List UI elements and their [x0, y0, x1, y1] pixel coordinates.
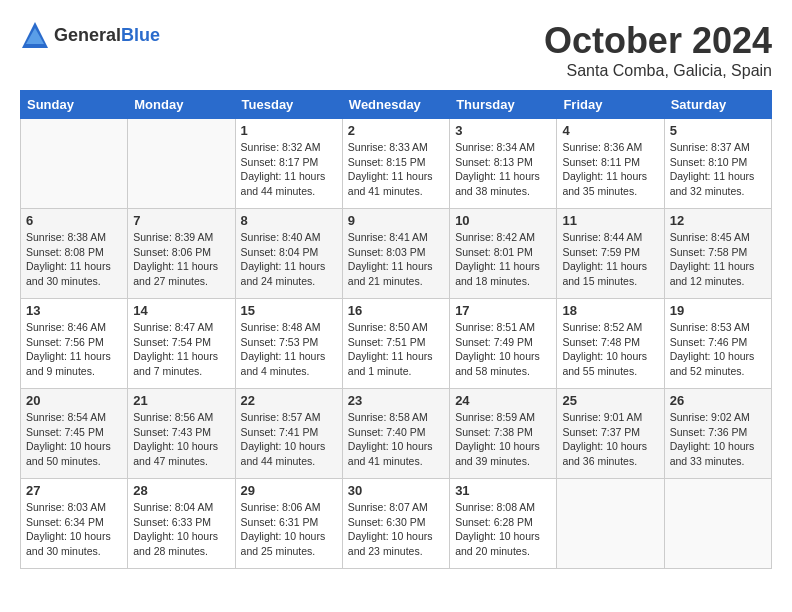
calendar-cell: 6Sunrise: 8:38 AM Sunset: 8:08 PM Daylig…	[21, 209, 128, 299]
calendar-cell: 1Sunrise: 8:32 AM Sunset: 8:17 PM Daylig…	[235, 119, 342, 209]
calendar-cell: 24Sunrise: 8:59 AM Sunset: 7:38 PM Dayli…	[450, 389, 557, 479]
day-number: 19	[670, 303, 766, 318]
calendar-cell: 29Sunrise: 8:06 AM Sunset: 6:31 PM Dayli…	[235, 479, 342, 569]
calendar-week-1: 1Sunrise: 8:32 AM Sunset: 8:17 PM Daylig…	[21, 119, 772, 209]
day-number: 3	[455, 123, 551, 138]
calendar-cell	[21, 119, 128, 209]
day-number: 9	[348, 213, 444, 228]
day-number: 16	[348, 303, 444, 318]
calendar-cell: 14Sunrise: 8:47 AM Sunset: 7:54 PM Dayli…	[128, 299, 235, 389]
logo: General Blue	[20, 20, 160, 50]
calendar-cell: 17Sunrise: 8:51 AM Sunset: 7:49 PM Dayli…	[450, 299, 557, 389]
calendar-cell: 4Sunrise: 8:36 AM Sunset: 8:11 PM Daylig…	[557, 119, 664, 209]
day-info: Sunrise: 8:06 AM Sunset: 6:31 PM Dayligh…	[241, 500, 337, 559]
day-info: Sunrise: 8:34 AM Sunset: 8:13 PM Dayligh…	[455, 140, 551, 199]
calendar-cell: 15Sunrise: 8:48 AM Sunset: 7:53 PM Dayli…	[235, 299, 342, 389]
day-info: Sunrise: 8:39 AM Sunset: 8:06 PM Dayligh…	[133, 230, 229, 289]
day-info: Sunrise: 8:45 AM Sunset: 7:58 PM Dayligh…	[670, 230, 766, 289]
day-number: 8	[241, 213, 337, 228]
day-info: Sunrise: 8:59 AM Sunset: 7:38 PM Dayligh…	[455, 410, 551, 469]
calendar-cell	[557, 479, 664, 569]
day-info: Sunrise: 8:57 AM Sunset: 7:41 PM Dayligh…	[241, 410, 337, 469]
day-info: Sunrise: 9:02 AM Sunset: 7:36 PM Dayligh…	[670, 410, 766, 469]
day-number: 15	[241, 303, 337, 318]
day-number: 21	[133, 393, 229, 408]
day-number: 11	[562, 213, 658, 228]
calendar-cell: 31Sunrise: 8:08 AM Sunset: 6:28 PM Dayli…	[450, 479, 557, 569]
day-info: Sunrise: 9:01 AM Sunset: 7:37 PM Dayligh…	[562, 410, 658, 469]
day-info: Sunrise: 8:48 AM Sunset: 7:53 PM Dayligh…	[241, 320, 337, 379]
header-thursday: Thursday	[450, 91, 557, 119]
calendar-cell: 12Sunrise: 8:45 AM Sunset: 7:58 PM Dayli…	[664, 209, 771, 299]
day-info: Sunrise: 8:40 AM Sunset: 8:04 PM Dayligh…	[241, 230, 337, 289]
day-info: Sunrise: 8:33 AM Sunset: 8:15 PM Dayligh…	[348, 140, 444, 199]
day-number: 23	[348, 393, 444, 408]
day-info: Sunrise: 8:37 AM Sunset: 8:10 PM Dayligh…	[670, 140, 766, 199]
day-number: 17	[455, 303, 551, 318]
day-number: 12	[670, 213, 766, 228]
day-info: Sunrise: 8:54 AM Sunset: 7:45 PM Dayligh…	[26, 410, 122, 469]
day-info: Sunrise: 8:08 AM Sunset: 6:28 PM Dayligh…	[455, 500, 551, 559]
day-number: 5	[670, 123, 766, 138]
location-title: Santa Comba, Galicia, Spain	[544, 62, 772, 80]
calendar-cell: 13Sunrise: 8:46 AM Sunset: 7:56 PM Dayli…	[21, 299, 128, 389]
day-number: 22	[241, 393, 337, 408]
logo-blue: Blue	[121, 25, 160, 46]
calendar-cell: 22Sunrise: 8:57 AM Sunset: 7:41 PM Dayli…	[235, 389, 342, 479]
title-block: October 2024 Santa Comba, Galicia, Spain	[544, 20, 772, 80]
day-info: Sunrise: 8:03 AM Sunset: 6:34 PM Dayligh…	[26, 500, 122, 559]
day-info: Sunrise: 8:36 AM Sunset: 8:11 PM Dayligh…	[562, 140, 658, 199]
day-info: Sunrise: 8:50 AM Sunset: 7:51 PM Dayligh…	[348, 320, 444, 379]
day-number: 18	[562, 303, 658, 318]
calendar-cell: 25Sunrise: 9:01 AM Sunset: 7:37 PM Dayli…	[557, 389, 664, 479]
calendar-cell: 10Sunrise: 8:42 AM Sunset: 8:01 PM Dayli…	[450, 209, 557, 299]
header-monday: Monday	[128, 91, 235, 119]
month-title: October 2024	[544, 20, 772, 62]
calendar-cell: 23Sunrise: 8:58 AM Sunset: 7:40 PM Dayli…	[342, 389, 449, 479]
header-sunday: Sunday	[21, 91, 128, 119]
calendar-cell: 28Sunrise: 8:04 AM Sunset: 6:33 PM Dayli…	[128, 479, 235, 569]
day-number: 30	[348, 483, 444, 498]
calendar-cell: 27Sunrise: 8:03 AM Sunset: 6:34 PM Dayli…	[21, 479, 128, 569]
logo-general: General	[54, 25, 121, 46]
calendar-cell: 7Sunrise: 8:39 AM Sunset: 8:06 PM Daylig…	[128, 209, 235, 299]
day-number: 29	[241, 483, 337, 498]
calendar-cell: 3Sunrise: 8:34 AM Sunset: 8:13 PM Daylig…	[450, 119, 557, 209]
day-info: Sunrise: 8:51 AM Sunset: 7:49 PM Dayligh…	[455, 320, 551, 379]
day-info: Sunrise: 8:07 AM Sunset: 6:30 PM Dayligh…	[348, 500, 444, 559]
calendar-week-3: 13Sunrise: 8:46 AM Sunset: 7:56 PM Dayli…	[21, 299, 772, 389]
day-info: Sunrise: 8:47 AM Sunset: 7:54 PM Dayligh…	[133, 320, 229, 379]
calendar-table: Sunday Monday Tuesday Wednesday Thursday…	[20, 90, 772, 569]
calendar-cell: 8Sunrise: 8:40 AM Sunset: 8:04 PM Daylig…	[235, 209, 342, 299]
day-info: Sunrise: 8:44 AM Sunset: 7:59 PM Dayligh…	[562, 230, 658, 289]
day-number: 2	[348, 123, 444, 138]
calendar-week-2: 6Sunrise: 8:38 AM Sunset: 8:08 PM Daylig…	[21, 209, 772, 299]
day-number: 10	[455, 213, 551, 228]
day-info: Sunrise: 8:56 AM Sunset: 7:43 PM Dayligh…	[133, 410, 229, 469]
day-number: 31	[455, 483, 551, 498]
day-number: 24	[455, 393, 551, 408]
calendar-cell: 26Sunrise: 9:02 AM Sunset: 7:36 PM Dayli…	[664, 389, 771, 479]
calendar-cell: 16Sunrise: 8:50 AM Sunset: 7:51 PM Dayli…	[342, 299, 449, 389]
calendar-cell: 21Sunrise: 8:56 AM Sunset: 7:43 PM Dayli…	[128, 389, 235, 479]
calendar-cell	[128, 119, 235, 209]
day-info: Sunrise: 8:53 AM Sunset: 7:46 PM Dayligh…	[670, 320, 766, 379]
day-info: Sunrise: 8:32 AM Sunset: 8:17 PM Dayligh…	[241, 140, 337, 199]
day-info: Sunrise: 8:41 AM Sunset: 8:03 PM Dayligh…	[348, 230, 444, 289]
day-number: 1	[241, 123, 337, 138]
calendar-cell: 19Sunrise: 8:53 AM Sunset: 7:46 PM Dayli…	[664, 299, 771, 389]
day-number: 20	[26, 393, 122, 408]
logo-icon	[20, 20, 50, 50]
calendar-week-4: 20Sunrise: 8:54 AM Sunset: 7:45 PM Dayli…	[21, 389, 772, 479]
day-number: 27	[26, 483, 122, 498]
day-number: 25	[562, 393, 658, 408]
header-saturday: Saturday	[664, 91, 771, 119]
day-number: 14	[133, 303, 229, 318]
day-info: Sunrise: 8:38 AM Sunset: 8:08 PM Dayligh…	[26, 230, 122, 289]
page-header: General Blue October 2024 Santa Comba, G…	[20, 20, 772, 80]
day-info: Sunrise: 8:42 AM Sunset: 8:01 PM Dayligh…	[455, 230, 551, 289]
day-info: Sunrise: 8:04 AM Sunset: 6:33 PM Dayligh…	[133, 500, 229, 559]
day-number: 4	[562, 123, 658, 138]
day-number: 13	[26, 303, 122, 318]
calendar-cell: 5Sunrise: 8:37 AM Sunset: 8:10 PM Daylig…	[664, 119, 771, 209]
